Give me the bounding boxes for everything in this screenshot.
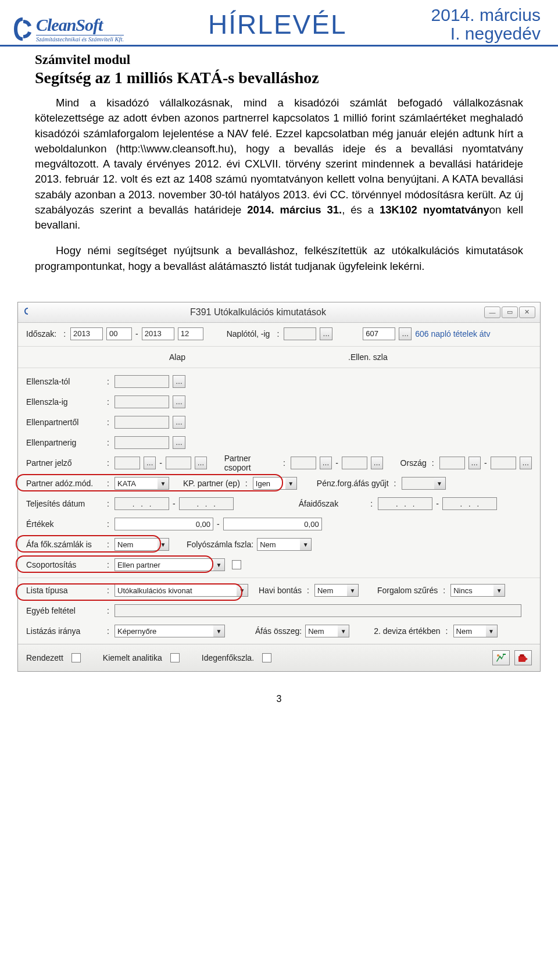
partner-jelzo-input[interactable] — [115, 457, 140, 469]
minimize-button[interactable]: — — [484, 307, 500, 318]
svg-rect-1 — [518, 656, 525, 662]
issue-date: 2014. március I. negyedév — [431, 6, 541, 42]
ellenszla-tol-label: Ellenszla-tól — [26, 377, 102, 386]
havi-bontas-dropdown[interactable]: ▼ — [347, 584, 359, 597]
deviza2-select[interactable] — [453, 625, 486, 637]
partner-jelzo-to-input[interactable] — [166, 457, 191, 469]
egyeb-input[interactable] — [115, 604, 521, 617]
ellenszla-tol-lookup[interactable]: … — [173, 375, 185, 388]
orszag-to-input[interactable] — [491, 457, 516, 469]
logo-company: CleanSoft — [36, 15, 124, 35]
partner-csoport-label: Partner csoport — [224, 454, 278, 472]
lista-tipusa-select[interactable] — [115, 584, 237, 597]
forgalom-select[interactable] — [450, 584, 493, 597]
havi-bontas-select[interactable] — [314, 584, 347, 597]
ellenszla-ig-lookup[interactable]: … — [173, 395, 185, 408]
forgalom-dropdown[interactable]: ▼ — [493, 584, 505, 597]
naplo-from-input[interactable] — [284, 327, 316, 340]
app-icon — [24, 307, 32, 315]
kp-partner-label: KP. partner (ep) — [183, 479, 240, 488]
orszag-lookup[interactable]: … — [468, 457, 481, 469]
article-paragraph-2: Hogy némi segítséget nyújtsunk a bevallá… — [35, 243, 523, 274]
ellenpartnerig-lookup[interactable]: … — [173, 436, 185, 449]
newsletter-title: HÍRLEVÉL — [208, 9, 346, 40]
logo: CleanSoft Számítástechnikai és Számvitel… — [12, 15, 124, 42]
naplo-from-lookup[interactable]: … — [320, 327, 332, 340]
penzforg-label: Pénz.forg.áfás gyűjt — [317, 479, 389, 488]
partner-jelzo-to-lookup[interactable]: … — [195, 457, 207, 469]
ellenpartnerig-input[interactable] — [115, 436, 169, 449]
article-paragraph-1: Mind a kisadózó vállalkozásnak, mind a k… — [35, 95, 523, 233]
telj-datum-label: Teljesítés dátum — [26, 499, 102, 508]
logo-subtitle: Számítástechnikai és Számviteli Kft. — [36, 35, 124, 42]
run-button[interactable] — [492, 650, 510, 665]
close-button[interactable]: ✕ — [519, 307, 535, 318]
csoportositas-check[interactable] — [232, 560, 241, 569]
rendezett-check[interactable] — [71, 653, 81, 662]
afaidoszak-from[interactable] — [378, 497, 432, 510]
deviza2-dropdown[interactable]: ▼ — [486, 625, 498, 637]
dialog-titlebar: F391 Utókalkulációs kimutatások — ▭ ✕ — [18, 302, 540, 323]
afa-fok-dropdown[interactable]: ▼ — [158, 538, 169, 551]
column-headers: Alap .Ellen. szla — [18, 347, 540, 368]
year-to-input[interactable] — [142, 327, 174, 340]
p1-text-c: , és a — [342, 204, 380, 216]
listazas-iranya-dropdown[interactable]: ▼ — [213, 625, 225, 637]
exit-button[interactable] — [514, 650, 532, 665]
naplo-label: Naplótól, -ig — [227, 329, 270, 338]
telj-datum-to[interactable] — [179, 497, 234, 510]
ertek-from[interactable] — [115, 518, 213, 530]
logo-mark-icon — [12, 16, 34, 42]
afaidoszak-label: Áfaidőszak — [299, 499, 338, 508]
ellenszla-ig-label: Ellenszla-ig — [26, 397, 102, 407]
page-number: 3 — [0, 689, 558, 716]
folyoszla-select[interactable] — [257, 538, 300, 551]
ellenszla-ig-input[interactable] — [115, 395, 169, 408]
month-to-input[interactable] — [178, 327, 203, 340]
naplo-to-lookup[interactable]: … — [399, 327, 412, 340]
maximize-button[interactable]: ▭ — [502, 307, 518, 318]
article-body: Számvitel modul Segítség az 1 milliós KA… — [0, 47, 558, 302]
kp-partner-dropdown[interactable]: ▼ — [285, 477, 297, 490]
orszag-to-lookup[interactable]: … — [520, 457, 532, 469]
orszag-label: Ország — [400, 458, 427, 468]
penzforg-select[interactable] — [402, 477, 434, 490]
p1-text-a: Mind a kisadózó vállalkozásnak, mind a k… — [35, 97, 523, 216]
month-from-input[interactable] — [106, 327, 132, 340]
afas-osszeg-dropdown[interactable]: ▼ — [338, 625, 349, 637]
penzforg-dropdown[interactable]: ▼ — [434, 477, 446, 490]
csoportositas-dropdown[interactable]: ▼ — [213, 558, 225, 571]
egyeb-label: Egyéb feltétel — [26, 606, 102, 615]
partner-adoz-select[interactable] — [115, 477, 158, 490]
lista-tipusa-dropdown[interactable]: ▼ — [237, 584, 248, 597]
csoportositas-select[interactable] — [115, 558, 213, 571]
naplo-to-input[interactable] — [363, 327, 395, 340]
afa-fok-select[interactable] — [115, 538, 158, 551]
partner-csoport-input[interactable] — [291, 457, 316, 469]
partner-jelzo-lookup[interactable]: … — [144, 457, 156, 469]
afas-osszeg-select[interactable] — [305, 625, 338, 637]
deviza2-label: 2. deviza értékben — [374, 626, 440, 636]
ellenpartnertol-input[interactable] — [115, 416, 169, 429]
ertek-to[interactable] — [223, 518, 322, 530]
afaidoszak-to[interactable] — [442, 497, 497, 510]
svg-rect-2 — [520, 654, 524, 657]
telj-datum-from[interactable] — [115, 497, 169, 510]
orszag-input[interactable] — [439, 457, 465, 469]
partner-adoz-dropdown[interactable]: ▼ — [158, 477, 169, 490]
ellenpartnertol-lookup[interactable]: … — [173, 416, 185, 429]
ellenszla-tol-input[interactable] — [115, 375, 169, 388]
folyoszla-dropdown[interactable]: ▼ — [300, 538, 312, 551]
partner-csoport-to-lookup[interactable]: … — [371, 457, 383, 469]
svg-point-0 — [497, 654, 499, 657]
idegen-check[interactable] — [262, 653, 271, 662]
dialog-window: F391 Utókalkulációs kimutatások — ▭ ✕ Id… — [17, 302, 541, 672]
partner-csoport-to-input[interactable] — [342, 457, 367, 469]
header-row: Időszak: : - Naplótól, -ig : … … 606 nap… — [18, 323, 540, 347]
kiemelt-check[interactable] — [170, 653, 180, 662]
partner-csoport-lookup[interactable]: … — [320, 457, 332, 469]
listazas-iranya-select[interactable] — [115, 625, 213, 637]
kp-partner-select[interactable] — [253, 477, 285, 490]
year-from-input[interactable] — [70, 327, 103, 340]
folyoszla-label: Folyószámla fszla: — [187, 540, 253, 549]
